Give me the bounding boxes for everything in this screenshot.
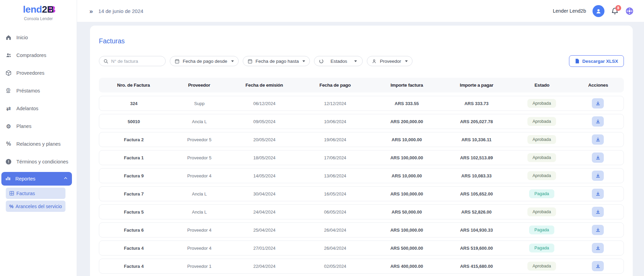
download-row-button[interactable] bbox=[592, 189, 604, 199]
cell-estado: Pagada bbox=[511, 226, 572, 234]
user-name: Lender Lend2b bbox=[553, 8, 586, 14]
cell-proveedor: Ancla L bbox=[168, 119, 230, 124]
sidebar-item-label: Compradores bbox=[16, 53, 46, 58]
cell-nro-factura: 50010 bbox=[99, 119, 168, 124]
cell-estado: Aprobada bbox=[511, 153, 572, 162]
cell-proveedor: Proveedor 4 bbox=[168, 228, 230, 233]
calendar-icon bbox=[248, 59, 253, 64]
status-circle-icon bbox=[319, 59, 324, 64]
facturas-card: Facturas Fecha de pago desde Fecha de p bbox=[90, 26, 633, 276]
download-icon bbox=[596, 119, 600, 124]
status-badge: Aprobada bbox=[527, 262, 556, 271]
globe-icon bbox=[625, 7, 634, 15]
sidebar-nav: Inicio Compradores Proveedores $ Préstam… bbox=[0, 29, 77, 276]
cell-acciones bbox=[572, 207, 624, 217]
download-icon bbox=[596, 264, 600, 268]
filter-proveedor[interactable]: Proveedor bbox=[367, 56, 412, 66]
sidebar-item-inicio[interactable]: Inicio bbox=[0, 29, 77, 46]
sidebar-item-proveedores[interactable]: Proveedores bbox=[0, 64, 77, 82]
cell-importe-a-pagar: ARS 52,826.00 bbox=[441, 209, 511, 215]
person-icon bbox=[372, 59, 377, 64]
table-row: Factura 9 Proveedor 4 14/05/2024 13/06/2… bbox=[99, 168, 624, 183]
column-header: Fecha de pago bbox=[298, 83, 372, 88]
search-input[interactable] bbox=[111, 59, 161, 64]
table-row: Factura 7 Ancla L 30/04/2024 16/05/2024 … bbox=[99, 186, 624, 201]
filter-label: Fecha de pago hasta bbox=[256, 59, 299, 64]
brand[interactable]: lend2BB Consola Lender bbox=[0, 4, 77, 21]
cell-estado: Pagada bbox=[511, 189, 572, 198]
cell-nro-factura: Factura 6 bbox=[99, 228, 168, 233]
filter-fecha-pago-hasta[interactable]: Fecha de pago hasta bbox=[243, 56, 310, 66]
svg-text:$: $ bbox=[8, 89, 9, 91]
download-row-button[interactable] bbox=[592, 207, 604, 217]
download-row-button[interactable] bbox=[592, 134, 604, 145]
right-column: » 14 de junio de 2024 Lender Lend2b 8 Fa… bbox=[77, 0, 644, 276]
avatar[interactable] bbox=[593, 5, 604, 17]
sidebar-item-terminos[interactable]: ! Términos y condiciones bbox=[0, 153, 77, 171]
gear-icon: ⚙ bbox=[5, 123, 12, 130]
main-content: Facturas Fecha de pago desde Fecha de p bbox=[77, 22, 644, 276]
cell-importe-factura: ARS 100,000.00 bbox=[372, 155, 442, 160]
notifications-button[interactable]: 8 bbox=[611, 7, 619, 15]
cell-importe-a-pagar: ARS 10,336.11 bbox=[441, 137, 511, 142]
cell-estado: Aprobada bbox=[511, 262, 572, 271]
cell-estado: Aprobada bbox=[511, 117, 572, 126]
cell-fecha-pago: 16/05/2024 bbox=[298, 191, 372, 197]
download-row-button[interactable] bbox=[592, 243, 604, 253]
cell-importe-factura: ARS 10,000.00 bbox=[372, 173, 442, 178]
cell-importe-a-pagar: ARS 10,083.33 bbox=[441, 173, 511, 178]
sidebar-subitem-label: Facturas bbox=[16, 191, 35, 196]
cell-importe-a-pagar: ARS 415,680.00 bbox=[441, 264, 511, 269]
filter-fecha-pago-desde[interactable]: Fecha de pago desde bbox=[170, 56, 239, 66]
status-badge: Aprobada bbox=[527, 171, 556, 180]
filter-label: Proveedor bbox=[380, 59, 401, 64]
invoice-search[interactable] bbox=[99, 56, 166, 66]
download-row-button[interactable] bbox=[592, 98, 604, 108]
cell-fecha-pago: 06/05/2024 bbox=[298, 209, 372, 215]
download-row-button[interactable] bbox=[592, 261, 604, 271]
column-header: Estado bbox=[511, 83, 572, 88]
table-row: 324 Supp 06/12/2024 12/12/2024 ARS 333.5… bbox=[99, 96, 624, 111]
cell-fecha-emision: 18/05/2024 bbox=[230, 155, 298, 160]
language-globe-button[interactable] bbox=[625, 7, 634, 15]
sidebar-item-prestamos[interactable]: $ Préstamos bbox=[0, 82, 77, 100]
sidebar-item-label: Términos y condiciones bbox=[16, 159, 68, 164]
cell-fecha-pago: 17/06/2024 bbox=[298, 155, 372, 160]
download-xlsx-button[interactable]: Descargar XLSX bbox=[569, 55, 624, 67]
cell-fecha-emision: 06/12/2024 bbox=[230, 101, 298, 106]
sidebar-item-label: Proveedores bbox=[16, 70, 44, 76]
download-row-button[interactable] bbox=[592, 116, 604, 127]
sidebar-item-adelantos[interactable]: ⇄ Adelantos bbox=[0, 100, 77, 117]
filter-estados[interactable]: Estados bbox=[314, 56, 363, 66]
sidebar-subitem-aranceles[interactable]: % Aranceles del servicio bbox=[6, 201, 65, 212]
download-row-button[interactable] bbox=[592, 171, 604, 181]
cell-importe-factura: ARS 400,000.00 bbox=[372, 264, 442, 269]
table-row: Factura 1 Proveedor 5 18/05/2024 17/06/2… bbox=[99, 150, 624, 165]
sidebar-item-reportes[interactable]: Reportes bbox=[1, 172, 72, 186]
cell-estado: Aprobada bbox=[511, 207, 572, 216]
sidebar: lend2BB Consola Lender Inicio Compradore… bbox=[0, 0, 77, 276]
cell-fecha-emision: 30/04/2024 bbox=[230, 191, 298, 197]
sidebar-item-compradores[interactable]: Compradores bbox=[0, 46, 77, 64]
sidebar-item-planes[interactable]: ⚙ Planes bbox=[0, 117, 77, 135]
cell-importe-factura: ARS 333.55 bbox=[372, 101, 442, 106]
cell-acciones bbox=[572, 225, 624, 235]
cell-proveedor: Proveedor 5 bbox=[168, 137, 230, 142]
table-row: Factura 4 Proveedor 1 22/04/2024 02/05/2… bbox=[99, 259, 624, 274]
cell-fecha-emision: 14/05/2024 bbox=[230, 173, 298, 178]
download-row-button[interactable] bbox=[592, 152, 604, 163]
column-header: Fecha de emisión bbox=[230, 83, 298, 88]
sidebar-item-relaciones[interactable]: % Relaciones y planes bbox=[0, 135, 77, 153]
box-icon bbox=[5, 70, 12, 76]
cell-proveedor: Ancla L bbox=[168, 209, 230, 215]
cell-nro-factura: Factura 9 bbox=[99, 173, 168, 178]
column-header: Importe a pagar bbox=[442, 83, 512, 88]
cell-importe-a-pagar: ARS 205,027.78 bbox=[441, 119, 511, 124]
download-row-button[interactable] bbox=[592, 225, 604, 235]
cell-importe-factura: ARS 50,000.00 bbox=[372, 209, 442, 215]
download-icon bbox=[596, 173, 600, 178]
sidebar-subitem-facturas[interactable]: Facturas bbox=[6, 188, 65, 199]
cell-acciones bbox=[572, 98, 624, 108]
sidebar-collapse-icon[interactable]: » bbox=[89, 8, 93, 14]
cell-nro-factura: Factura 1 bbox=[99, 155, 168, 160]
